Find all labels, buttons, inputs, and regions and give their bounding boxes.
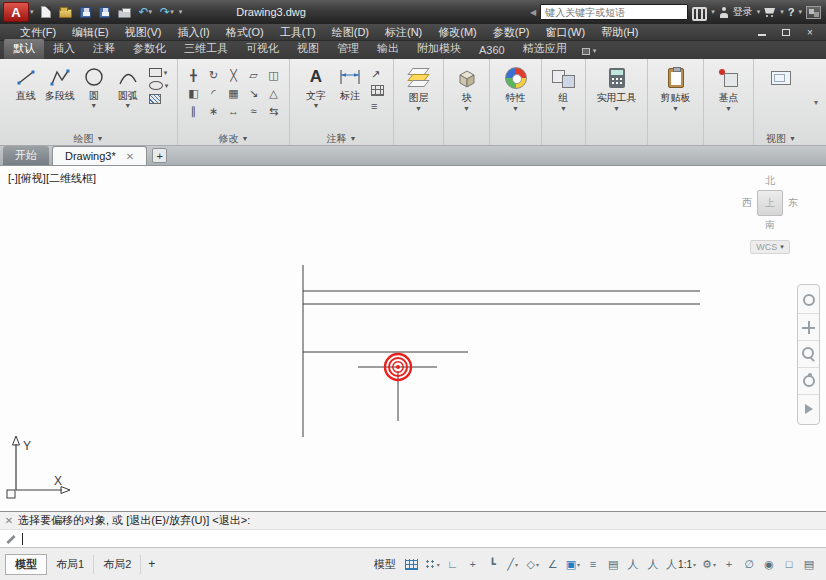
new-layout-button[interactable]: + (141, 557, 162, 571)
ribbon-tab-a360[interactable]: A360 (470, 42, 514, 59)
polyline-tool-button[interactable]: 多段线 (43, 62, 77, 131)
workspace-switching-button[interactable]: ⚙▾ (700, 555, 718, 573)
undo-button[interactable]: ↶▾ (136, 2, 156, 22)
layout-tab-layout2[interactable]: 布局2 (94, 555, 141, 574)
minimize-button[interactable] (750, 25, 774, 40)
panel-modify-expand-icon[interactable]: ▼ (242, 135, 249, 142)
save-button[interactable] (77, 2, 94, 22)
autoscale-toggle[interactable]: 人 (644, 555, 662, 573)
start-tab[interactable]: 开始 (3, 146, 49, 165)
application-menu-button[interactable]: A (3, 2, 29, 22)
arc-tool-button[interactable]: 圆弧 ▼ (111, 62, 145, 131)
drawing-area[interactable]: [-][俯视][二维线框] 北 西 上 东 南 WCS▾ Y (0, 166, 826, 511)
blend-icon[interactable]: ≈ (244, 102, 264, 120)
polar-tracking-toggle[interactable]: ╱▾ (504, 555, 522, 573)
close-button[interactable]: × (798, 25, 822, 40)
lineweight-toggle[interactable]: ≡ (584, 555, 602, 573)
properties-expand-icon[interactable]: ▼ (512, 105, 519, 112)
restore-button[interactable] (774, 25, 798, 40)
ribbon-tab-home[interactable]: 默认 (4, 39, 44, 59)
basepoint-expand-icon[interactable]: ▼ (725, 105, 732, 112)
menu-parametric[interactable]: 参数(P) (485, 24, 538, 40)
panel-draw-expand-icon[interactable]: ▼ (97, 135, 104, 142)
annotation-scale-button[interactable]: 人1:1▾ (664, 555, 698, 573)
line-tool-button[interactable]: 直线 (9, 62, 43, 131)
clipboard-expand-icon[interactable]: ▼ (672, 105, 679, 112)
close-tab-icon[interactable]: ✕ (126, 151, 134, 162)
groups-expand-icon[interactable]: ▼ (560, 105, 567, 112)
signin-dropdown-icon[interactable]: ▾ (757, 8, 761, 16)
model-paper-toggle[interactable]: 模型 (369, 555, 401, 573)
open-file-button[interactable] (56, 2, 75, 22)
drawing-tab[interactable]: Drawing3*✕ (52, 146, 147, 165)
offset-icon[interactable]: ∥ (184, 102, 204, 120)
ribbon-display-arrow-icon[interactable]: ▾ (593, 47, 597, 55)
layout-tab-model[interactable]: 模型 (5, 554, 47, 575)
panel-annotate-expand-icon[interactable]: ▼ (350, 135, 357, 142)
ribbon-tab-insert[interactable]: 插入 (44, 39, 84, 59)
ellipse-tool-button[interactable]: ▾ (149, 81, 169, 90)
object-snap-tracking-toggle[interactable]: ∠ (544, 555, 562, 573)
text-tool-button[interactable]: A 文字 ▼ (299, 62, 333, 131)
menu-help[interactable]: 帮助(H) (593, 24, 646, 40)
isodraft-toggle[interactable]: ◇▾ (524, 555, 542, 573)
panel-view-footer[interactable]: 视图▼ (754, 132, 808, 145)
dim-style-button[interactable]: ≡ (371, 100, 384, 112)
isodraft-dropdown-icon[interactable]: ▾ (536, 561, 539, 568)
search-binoculars-icon[interactable] (692, 7, 707, 17)
polar-dropdown-icon[interactable]: ▾ (515, 561, 518, 568)
ribbon-tab-manage[interactable]: 管理 (328, 39, 368, 59)
trim-icon[interactable]: ╳ (224, 66, 244, 84)
rectangle-dropdown-icon[interactable]: ▾ (164, 69, 168, 77)
rectangle-tool-button[interactable]: ▾ (149, 68, 169, 77)
arc-dropdown-icon[interactable]: ▼ (124, 102, 131, 109)
save-as-button[interactable] (96, 2, 113, 22)
snap-dropdown-icon[interactable]: ▾ (437, 561, 440, 568)
copy-icon[interactable]: ◫ (264, 66, 284, 84)
rotate-icon[interactable]: ↻ (204, 66, 224, 84)
groups-button[interactable]: 组 ▼ (544, 62, 583, 131)
new-drawing-tab-button[interactable]: + (152, 148, 167, 163)
infer-constraints-toggle[interactable]: ∟ (444, 555, 462, 573)
utilities-expand-icon[interactable]: ▼ (613, 105, 620, 112)
dimension-tool-button[interactable]: 标注 (333, 62, 367, 131)
align-icon[interactable]: ⇆ (264, 102, 284, 120)
ribbon-overflow-button[interactable]: ▾ (808, 59, 824, 145)
object-snap-dropdown-icon[interactable]: ▾ (577, 561, 580, 568)
circle-tool-button[interactable]: 圆 ▼ (77, 62, 111, 131)
mirror-icon[interactable]: ◧ (184, 84, 204, 102)
customization-button[interactable]: ▤ (800, 555, 818, 573)
menu-insert[interactable]: 插入(I) (169, 24, 217, 40)
panel-modify-footer[interactable]: 修改▼ (178, 132, 289, 145)
hatch-tool-button[interactable] (149, 94, 169, 104)
menu-edit[interactable]: 编辑(E) (64, 24, 117, 40)
menu-view[interactable]: 视图(V) (117, 24, 170, 40)
clean-screen-button[interactable]: □ (780, 555, 798, 573)
help-icon[interactable]: ? (788, 6, 795, 18)
signin-label[interactable]: 登录 (733, 5, 753, 19)
grid-toggle[interactable] (403, 555, 421, 573)
command-edit-icon[interactable] (5, 533, 17, 545)
explode-icon[interactable]: ∗ (204, 102, 224, 120)
redo-button[interactable]: ↷▾ (157, 2, 177, 22)
block-expand-icon[interactable]: ▼ (463, 105, 470, 112)
snap-toggle[interactable]: ▾ (423, 555, 442, 573)
search-dropdown-icon[interactable]: ▾ (711, 8, 715, 16)
view-panel-button[interactable] (756, 62, 806, 131)
scale-icon[interactable]: △ (264, 84, 284, 102)
panel-draw-footer[interactable]: 绘图▼ (0, 132, 177, 145)
ortho-toggle[interactable]: ┗ (484, 555, 502, 573)
ribbon-tab-annotate[interactable]: 注释 (84, 39, 124, 59)
menu-format[interactable]: 格式(O) (218, 24, 272, 40)
ribbon-display-toggle[interactable]: ▾ (582, 47, 597, 59)
command-close-icon[interactable]: ✕ (0, 515, 18, 526)
annotation-monitor-toggle[interactable]: + (720, 555, 738, 573)
panel-annotate-footer[interactable]: 注释▼ (290, 132, 393, 145)
ribbon-tab-view[interactable]: 视图 (288, 39, 328, 59)
ribbon-tab-output[interactable]: 输出 (368, 39, 408, 59)
annotation-visibility-toggle[interactable]: 人 (624, 555, 642, 573)
new-file-button[interactable] (38, 2, 54, 22)
clipboard-button[interactable]: 剪贴板 ▼ (650, 62, 701, 131)
transparency-toggle[interactable]: ▤ (604, 555, 622, 573)
join-icon[interactable]: ↔ (224, 102, 244, 120)
